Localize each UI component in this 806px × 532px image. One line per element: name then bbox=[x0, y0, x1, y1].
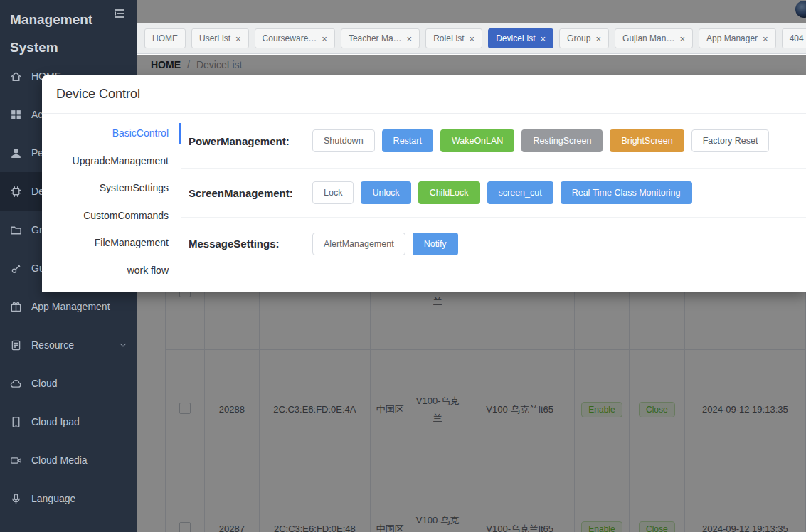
tab-close-icon[interactable]: × bbox=[235, 34, 241, 43]
modal-sections: PowerManagement: ShutdownRestartWakeOnLA… bbox=[181, 114, 806, 292]
tabs-bar: HOME UserList × Courseware… × Teacher Ma… bbox=[137, 23, 806, 54]
sidebar-item-resource[interactable]: Resource bbox=[0, 326, 137, 364]
tab-close-icon[interactable]: × bbox=[595, 34, 601, 43]
sidebar-item-cloud-media[interactable]: Cloud Media bbox=[0, 441, 137, 479]
tab-devicelist[interactable]: DeviceList × bbox=[488, 28, 553, 48]
modal-header: Device Control bbox=[42, 75, 806, 114]
microphone-icon bbox=[10, 493, 22, 505]
user-icon bbox=[10, 147, 22, 159]
tab-gujian-man[interactable]: Gujian Man… × bbox=[615, 28, 693, 48]
video-camera-icon bbox=[10, 454, 22, 467]
modal-body: BasicControlUpgradeManagementSystemSetti… bbox=[42, 114, 806, 292]
restingscreen-button[interactable]: RestingScreen bbox=[521, 129, 603, 152]
tab-close-icon[interactable]: × bbox=[322, 34, 327, 43]
tab-close-icon[interactable]: × bbox=[470, 34, 475, 43]
section-messagesettings: MessageSettings: AlertManagementNotify bbox=[181, 218, 806, 270]
modal-menu-upgrademanagement[interactable]: UpgradeManagement bbox=[42, 147, 181, 175]
modal-menu-work-flow[interactable]: work flow bbox=[42, 257, 181, 284]
modal-title: Device Control bbox=[56, 87, 140, 102]
gift-icon bbox=[10, 301, 22, 313]
app-logo: Management System bbox=[0, 0, 137, 61]
tab-rolelist[interactable]: RoleList × bbox=[425, 28, 482, 48]
modal-menu-systemsettings[interactable]: SystemSettings bbox=[42, 174, 181, 202]
tab-teacher-ma[interactable]: Teacher Ma… × bbox=[341, 28, 420, 48]
factory-reset-button[interactable]: Factory Reset bbox=[691, 129, 770, 152]
real-time-class-monitoring-button[interactable]: Real Time Class Monitoring bbox=[561, 181, 692, 204]
modal-menu: BasicControlUpgradeManagementSystemSetti… bbox=[42, 114, 181, 292]
chip-icon bbox=[10, 186, 22, 198]
modal-overlay-top[interactable] bbox=[137, 0, 806, 23]
home-icon bbox=[10, 70, 22, 83]
childlock-button[interactable]: ChildLock bbox=[418, 181, 480, 204]
document-icon bbox=[10, 339, 22, 351]
tab-close-icon[interactable]: × bbox=[541, 34, 546, 43]
collapse-sidebar-icon[interactable] bbox=[112, 6, 127, 21]
app-title-line1: Management bbox=[10, 6, 127, 33]
chevron-down-icon bbox=[119, 341, 127, 349]
modal-menu-filemanagement[interactable]: FileManagement bbox=[42, 229, 181, 257]
unlock-button[interactable]: Unlock bbox=[361, 181, 410, 204]
shutdown-button[interactable]: Shutdown bbox=[312, 129, 375, 152]
modal-menu-basiccontrol[interactable]: BasicControl bbox=[42, 119, 181, 147]
tab-close-icon[interactable]: × bbox=[407, 34, 413, 43]
restart-button[interactable]: Restart bbox=[382, 129, 433, 152]
tab-userlist[interactable]: UserList × bbox=[191, 28, 249, 48]
tab-courseware[interactable]: Courseware… × bbox=[255, 28, 335, 48]
tab-close-icon[interactable]: × bbox=[763, 34, 768, 43]
key-icon bbox=[10, 262, 22, 275]
alertmanagement-button[interactable]: AlertManagement bbox=[312, 233, 405, 255]
cloud-icon bbox=[10, 378, 22, 390]
tab-app-manager[interactable]: App Manager × bbox=[699, 28, 776, 48]
lock-button[interactable]: Lock bbox=[312, 181, 354, 204]
screen-cut-button[interactable]: screen_cut bbox=[487, 181, 553, 204]
notify-button[interactable]: Notify bbox=[413, 233, 458, 255]
tab-group[interactable]: Group × bbox=[559, 28, 609, 48]
tablet-icon bbox=[10, 416, 22, 428]
modal-menu-customcommands[interactable]: CustomCommands bbox=[42, 202, 181, 230]
wakeonlan-button[interactable]: WakeOnLAN bbox=[440, 129, 514, 152]
apps-grid-icon bbox=[10, 109, 22, 121]
folder-icon bbox=[10, 224, 22, 236]
sidebar-item-cloud-ipad[interactable]: Cloud Ipad bbox=[0, 403, 137, 441]
section-label: MessageSettings: bbox=[189, 238, 312, 250]
tab-home[interactable]: HOME bbox=[144, 28, 186, 48]
tab-close-icon[interactable]: × bbox=[679, 34, 685, 43]
sidebar-item-language[interactable]: Language bbox=[0, 479, 137, 518]
sidebar-item-app-management[interactable]: App Management bbox=[0, 287, 137, 326]
device-control-modal: Device Control BasicControlUpgradeManage… bbox=[42, 75, 806, 292]
brightscreen-button[interactable]: BrightScreen bbox=[610, 129, 684, 152]
tab-404[interactable]: 404 × bbox=[782, 28, 806, 48]
section-screenmanagement: ScreenManagement: LockUnlockChildLockscr… bbox=[181, 169, 806, 218]
section-powermanagement: PowerManagement: ShutdownRestartWakeOnLA… bbox=[181, 114, 806, 169]
section-label: ScreenManagement: bbox=[189, 187, 312, 199]
sidebar-item-cloud[interactable]: Cloud bbox=[0, 364, 137, 403]
section-label: PowerManagement: bbox=[189, 135, 312, 147]
app-root: Management System HOME Ac Pe De Gr Gu Ap… bbox=[0, 0, 806, 532]
